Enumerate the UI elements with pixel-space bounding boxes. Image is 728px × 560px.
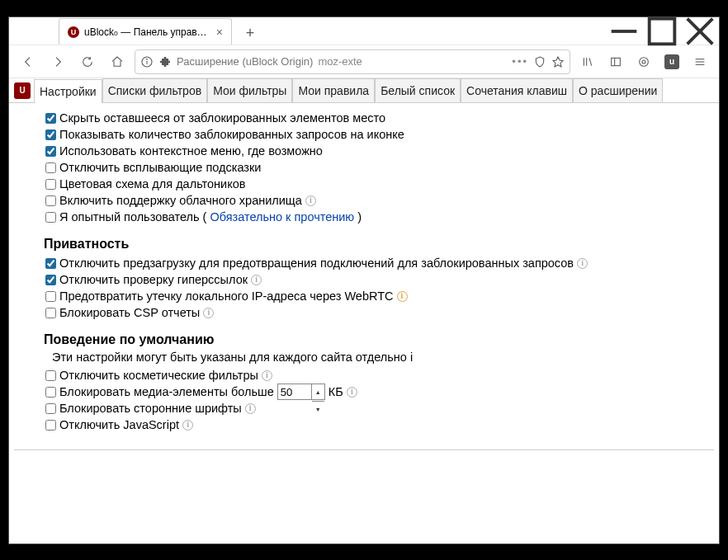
settings-body: Скрыть оставшееся от заблокированных эле… <box>14 103 714 450</box>
privacy-options: Отключить предзагрузку для предотвращени… <box>19 255 709 321</box>
menu-icon[interactable] <box>688 49 712 74</box>
ublock-logo-icon: U <box>14 82 31 99</box>
protections-icon[interactable] <box>631 49 656 74</box>
info-icon[interactable]: i <box>577 258 588 269</box>
option-label: Отключить предзагрузку для предотвращени… <box>59 255 574 271</box>
option-checkbox[interactable] <box>45 162 56 173</box>
numeric-field[interactable] <box>278 384 311 399</box>
spin-up-icon[interactable]: ▲ <box>312 384 324 402</box>
option-checkbox[interactable] <box>45 195 56 206</box>
option-label: Отключить JavaScript <box>59 416 179 433</box>
option-row: Я опытный пользователь (Обязательно к пр… <box>45 209 709 225</box>
page-content[interactable]: U НастройкиСписки фильтровМои фильтрыМои… <box>9 78 719 544</box>
dashboard-tab[interactable]: Мои правила <box>292 78 375 102</box>
option-checkbox[interactable] <box>45 387 56 398</box>
option-label: Блокировать медиа-элементы больше <box>59 384 274 400</box>
svg-marker-7 <box>553 57 563 67</box>
behavior-title: Поведение по умолчанию <box>44 332 709 347</box>
option-checkbox[interactable] <box>45 370 56 381</box>
numeric-input[interactable]: ▲▼ <box>277 384 325 400</box>
nav-toolbar: Расширение (uBlock Origin) moz-exte ••• … <box>9 45 719 78</box>
option-row: Отключить всплывающие подсказки <box>45 159 709 176</box>
option-label: Включить поддержку облачного хранилища <box>59 192 302 209</box>
option-link[interactable]: Обязательно к прочтению <box>210 209 354 225</box>
new-tab-button[interactable]: + <box>239 21 262 45</box>
forward-button[interactable] <box>45 49 70 74</box>
option-label: Я опытный пользователь ( <box>59 209 206 225</box>
option-row: Отключить предзагрузку для предотвращени… <box>45 255 709 271</box>
info-icon[interactable]: i <box>203 308 214 318</box>
option-checkbox[interactable] <box>45 212 56 223</box>
option-label: Предотвратить утечку локального IP-адрес… <box>59 288 394 304</box>
ublock-favicon-icon: U <box>68 26 79 38</box>
option-checkbox[interactable] <box>45 113 56 124</box>
titlebar: U uBlock₀ — Панель управлени × + <box>9 17 719 45</box>
page-actions-icon[interactable]: ••• <box>512 55 528 68</box>
url-bar[interactable]: Расширение (uBlock Origin) moz-exte ••• <box>135 49 570 74</box>
option-label: Цветовая схема для дальтоников <box>59 176 245 192</box>
dashboard-tab[interactable]: Сочетания клавиш <box>461 78 573 102</box>
info-icon[interactable]: i <box>245 403 256 414</box>
ublock-toolbar-icon[interactable]: u <box>659 49 684 74</box>
dashboard-tab[interactable]: Мои фильтры <box>207 78 292 102</box>
svg-point-14 <box>642 60 645 64</box>
option-checkbox[interactable] <box>45 275 56 285</box>
option-label: Показывать количество заблокированных за… <box>59 126 404 143</box>
option-row: Отключить косметические фильтрыi <box>45 367 709 384</box>
info-icon[interactable] <box>140 55 154 68</box>
info-icon[interactable]: i <box>347 387 357 398</box>
svg-line-10 <box>589 58 592 65</box>
dashboard-tab[interactable]: О расширении <box>573 78 663 102</box>
option-row: Блокировать CSP отчетыi <box>45 304 709 321</box>
dashboard-tab[interactable]: Белый список <box>375 78 461 102</box>
browser-tab-active[interactable]: U uBlock₀ — Панель управлени × <box>59 18 232 45</box>
option-row: Использовать контекстное меню, где возмо… <box>45 143 709 159</box>
option-row: Блокировать сторонние шрифтыi <box>45 400 709 416</box>
content-wrap: U НастройкиСписки фильтровМои фильтрыМои… <box>9 78 719 544</box>
option-checkbox[interactable] <box>45 308 56 318</box>
spin-down-icon[interactable]: ▼ <box>312 402 324 418</box>
option-row: Показывать количество заблокированных за… <box>45 126 709 143</box>
browser-window: U uBlock₀ — Панель управлени × + <box>8 16 720 544</box>
info-icon[interactable]: i <box>410 351 413 364</box>
info-icon[interactable]: i <box>305 195 316 206</box>
option-row: Блокировать медиа-элементы больше▲▼ КБi <box>45 384 709 400</box>
dashboard-tab[interactable]: Настройки <box>34 79 102 103</box>
close-button[interactable] <box>681 17 719 45</box>
option-checkbox[interactable] <box>45 179 56 190</box>
option-checkbox[interactable] <box>45 146 56 157</box>
option-checkbox[interactable] <box>45 420 56 431</box>
option-checkbox[interactable] <box>45 403 56 414</box>
sidebar-icon[interactable] <box>603 49 628 74</box>
back-button[interactable] <box>16 49 40 74</box>
option-checkbox[interactable] <box>45 258 56 269</box>
option-row: Отключить проверку гиперссылокi <box>45 271 709 288</box>
maximize-button[interactable] <box>643 17 681 45</box>
bookmark-star-icon[interactable] <box>551 55 565 68</box>
url-text: moz-exte <box>318 55 507 68</box>
tab-close-icon[interactable]: × <box>216 26 223 39</box>
reload-button[interactable] <box>75 49 100 74</box>
reader-shield-icon[interactable] <box>533 55 546 68</box>
option-label: ) <box>357 209 362 225</box>
option-label: Отключить косметические фильтры <box>59 367 258 384</box>
info-icon[interactable]: i <box>182 420 193 431</box>
home-button[interactable] <box>105 49 130 74</box>
info-icon[interactable]: i <box>251 275 262 285</box>
option-checkbox[interactable] <box>45 291 56 302</box>
info-icon[interactable]: i <box>397 291 408 302</box>
info-icon[interactable]: i <box>262 370 272 381</box>
svg-rect-1 <box>650 19 675 45</box>
option-row: Включить поддержку облачного хранилищаi <box>45 192 709 209</box>
library-icon[interactable] <box>575 49 600 74</box>
svg-rect-11 <box>612 58 621 65</box>
minimize-button[interactable] <box>605 17 643 45</box>
option-row: Отключить JavaScripti <box>45 416 709 433</box>
option-label: Блокировать сторонние шрифты <box>59 400 242 416</box>
dashboard-tab[interactable]: Списки фильтров <box>102 78 207 102</box>
option-label: Отключить всплывающие подсказки <box>59 159 261 176</box>
toolbar-right: u <box>575 49 712 74</box>
general-options: Скрыть оставшееся от заблокированных эле… <box>19 110 709 225</box>
svg-point-6 <box>147 59 148 59</box>
option-checkbox[interactable] <box>45 129 56 140</box>
